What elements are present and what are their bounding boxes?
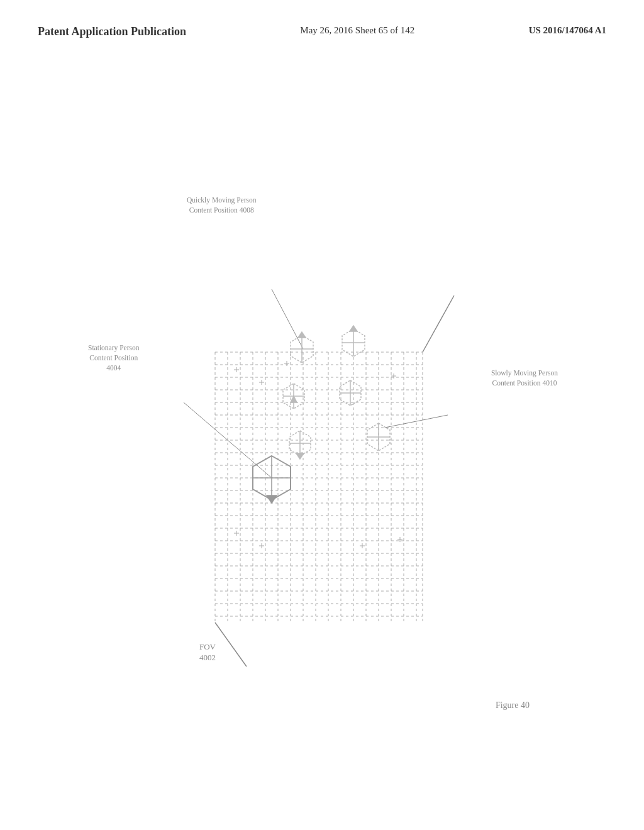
svg-marker-67: [296, 453, 304, 459]
quickly-label-text: Quickly Moving PersonContent Position 40…: [187, 196, 257, 214]
svg-marker-52: [298, 332, 306, 338]
sheet-info-label: May 26, 2016 Sheet 65 of 142: [300, 25, 414, 36]
slowly-moving-label: Slowly Moving PersonContent Position 401…: [491, 368, 558, 388]
svg-marker-60: [291, 396, 297, 402]
svg-marker-56: [350, 326, 357, 331]
figure-number-label: Figure 40: [496, 700, 530, 711]
stationary-person-label: Stationary PersonContent Position4004: [88, 343, 139, 373]
slowly-label-text: Slowly Moving PersonContent Position 401…: [491, 369, 558, 387]
fov-label: FOV 4002: [199, 642, 216, 663]
svg-line-40: [215, 622, 247, 667]
patent-number-label: US 2016/147064 A1: [529, 25, 606, 36]
svg-line-44: [385, 415, 448, 428]
diagram-area: FOV 4002 Stationary PersonContent Positi…: [77, 157, 567, 723]
page-header: Patent Application Publication May 26, 2…: [0, 25, 644, 38]
svg-marker-48: [267, 495, 277, 503]
figure-container: FOV 4002 Stationary PersonContent Positi…: [38, 101, 606, 780]
svg-line-41: [423, 296, 454, 352]
quickly-moving-label: Quickly Moving PersonContent Position 40…: [187, 195, 257, 215]
figure-40-svg: [77, 157, 567, 723]
publication-type-label: Patent Application Publication: [38, 25, 186, 38]
svg-line-43: [272, 289, 303, 349]
stationary-label-text: Stationary PersonContent Position4004: [88, 344, 139, 372]
